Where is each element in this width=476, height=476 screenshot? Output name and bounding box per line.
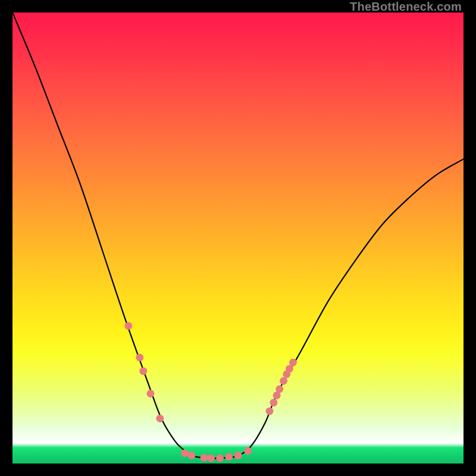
marker-dot: [225, 453, 233, 461]
marker-dot: [147, 390, 155, 397]
marker-dot: [266, 408, 274, 415]
marker-dot: [207, 454, 215, 462]
marker-dot: [216, 454, 224, 462]
marker-dot: [275, 385, 283, 393]
chart-container: TheBottleneck.com: [0, 0, 476, 476]
marker-dot: [139, 367, 147, 375]
marker-dot: [289, 359, 297, 367]
marker-dot: [156, 415, 164, 422]
marker-dot: [187, 452, 195, 459]
marker-dot: [181, 449, 189, 457]
marker-dot: [136, 353, 143, 361]
watermark-label: TheBottleneck.com: [350, 0, 462, 14]
marker-dot: [244, 447, 252, 455]
marker-dot: [124, 322, 132, 330]
marker-dot: [234, 452, 242, 459]
marker-dot: [270, 399, 277, 406]
marker-dot: [201, 454, 208, 462]
marker-group: [124, 322, 297, 462]
marker-dot: [280, 377, 287, 385]
curve-path: [12, 12, 464, 458]
plot-area: [12, 12, 464, 464]
curve-layer: [12, 12, 464, 464]
